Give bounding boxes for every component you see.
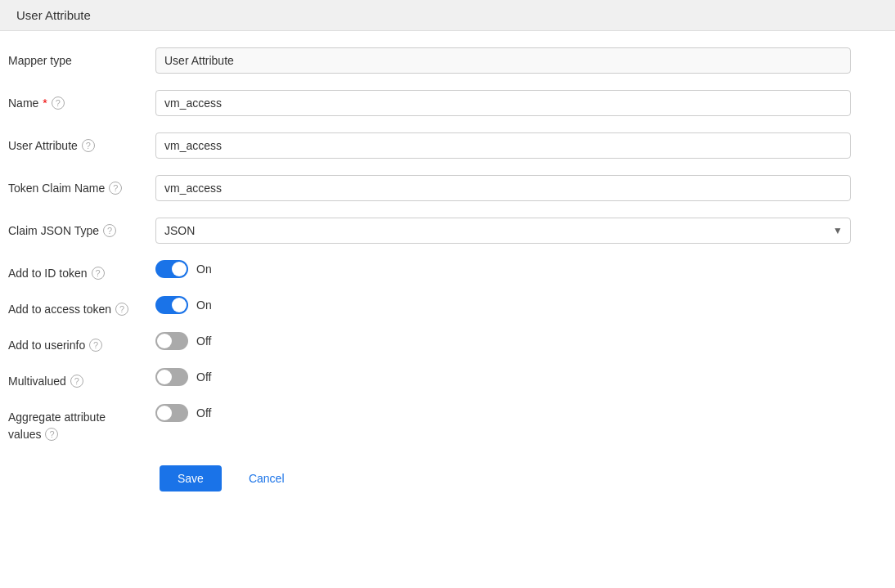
user-attribute-input[interactable] <box>155 132 851 159</box>
multivalued-toggle-row: Off <box>155 368 870 386</box>
multivalued-label: Multivalued ? <box>8 368 155 388</box>
add-to-userinfo-input-area: Off <box>155 332 870 350</box>
user-attribute-row: User Attribute ? <box>8 132 870 159</box>
token-claim-name-input-area <box>155 175 870 201</box>
title-text: User Attribute <box>16 8 91 22</box>
add-to-userinfo-toggle[interactable] <box>155 332 188 350</box>
multivalued-input-area: Off <box>155 368 870 386</box>
token-claim-name-input[interactable] <box>155 175 851 201</box>
multivalued-help-icon[interactable]: ? <box>70 375 83 388</box>
add-to-access-token-state-label: On <box>196 298 212 312</box>
add-to-userinfo-row: Add to userinfo ? Off <box>8 332 870 352</box>
aggregate-attribute-values-row: Aggregate attribute values ? Off <box>8 404 870 441</box>
add-to-userinfo-help-icon[interactable]: ? <box>89 339 102 352</box>
name-input[interactable] <box>155 90 851 116</box>
add-to-access-token-label: Add to access token ? <box>8 296 155 316</box>
add-to-id-token-toggle[interactable] <box>155 260 188 278</box>
name-label: Name * ? <box>8 90 155 110</box>
add-to-id-token-label: Add to ID token ? <box>8 260 155 280</box>
add-to-userinfo-toggle-row: Off <box>155 332 870 350</box>
mapper-type-row: Mapper type User Attribute <box>8 47 870 74</box>
claim-json-type-select[interactable]: JSON String long int boolean <box>155 218 851 244</box>
token-claim-name-help-icon[interactable]: ? <box>109 182 122 195</box>
name-input-area <box>155 90 870 116</box>
mapper-type-input-area: User Attribute <box>155 47 870 74</box>
aggregate-label-row: Aggregate attribute <box>8 411 106 424</box>
multivalued-state-label: Off <box>196 370 211 384</box>
add-to-userinfo-label: Add to userinfo ? <box>8 332 155 352</box>
name-help-icon[interactable]: ? <box>52 97 65 110</box>
name-required: * <box>43 97 47 110</box>
claim-json-type-input-area: JSON String long int boolean ▼ <box>155 218 870 244</box>
save-button[interactable]: Save <box>160 465 222 491</box>
add-to-id-token-row: Add to ID token ? On <box>8 260 870 280</box>
cancel-button[interactable]: Cancel <box>234 465 299 491</box>
multivalued-toggle[interactable] <box>155 368 188 386</box>
user-attribute-input-area <box>155 132 870 159</box>
add-to-id-token-help-icon[interactable]: ? <box>92 267 105 280</box>
user-attribute-label: User Attribute ? <box>8 132 155 152</box>
add-to-userinfo-state-label: Off <box>196 334 211 348</box>
claim-json-type-select-wrapper: JSON String long int boolean ▼ <box>155 218 851 244</box>
claim-json-type-row: Claim JSON Type ? JSON String long int b… <box>8 218 870 244</box>
aggregate-label-row2: values ? <box>8 428 58 441</box>
token-claim-name-label: Token Claim Name ? <box>8 175 155 195</box>
token-claim-name-row: Token Claim Name ? <box>8 175 870 201</box>
aggregate-attribute-values-toggle[interactable] <box>155 404 188 422</box>
claim-json-type-label: Claim JSON Type ? <box>8 218 155 237</box>
add-to-access-token-row: Add to access token ? On <box>8 296 870 316</box>
aggregate-attribute-values-help-icon[interactable]: ? <box>45 428 58 441</box>
add-to-access-token-toggle-row: On <box>155 296 870 314</box>
add-to-access-token-help-icon[interactable]: ? <box>115 303 128 316</box>
name-row: Name * ? <box>8 90 870 116</box>
aggregate-attribute-values-label: Aggregate attribute values ? <box>8 404 155 441</box>
user-attribute-help-icon[interactable]: ? <box>82 139 95 152</box>
add-to-id-token-state-label: On <box>196 263 212 276</box>
add-to-id-token-input-area: On <box>155 260 870 278</box>
add-to-access-token-input-area: On <box>155 296 870 314</box>
title-bar: User Attribute <box>0 0 895 31</box>
mapper-type-display: User Attribute <box>155 47 851 74</box>
add-to-id-token-toggle-row: On <box>155 260 870 278</box>
multivalued-row: Multivalued ? Off <box>8 368 870 388</box>
aggregate-attribute-values-input-area: Off <box>155 404 870 422</box>
claim-json-type-help-icon[interactable]: ? <box>103 224 116 237</box>
mapper-type-label: Mapper type <box>8 47 155 67</box>
button-row: Save Cancel <box>8 465 870 491</box>
aggregate-attribute-values-toggle-row: Off <box>155 404 870 422</box>
page-container: User Attribute Mapper type User Attribut… <box>0 0 895 588</box>
aggregate-attribute-values-state-label: Off <box>196 406 211 420</box>
form-container: Mapper type User Attribute Name * ? User… <box>0 31 895 516</box>
add-to-access-token-toggle[interactable] <box>155 296 188 314</box>
